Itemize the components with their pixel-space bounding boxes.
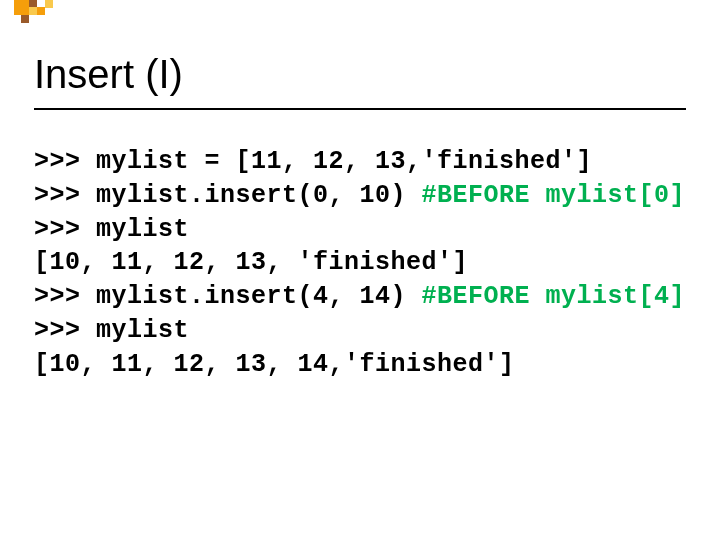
code-text: mylist [96, 215, 189, 244]
code-text: mylist.insert(4, 14) [96, 282, 422, 311]
prompt: >>> [34, 147, 96, 176]
prompt: >>> [34, 181, 96, 210]
code-block: >>> mylist = [11, 12, 13,'finished'] >>>… [34, 145, 685, 381]
code-line: >>> mylist.insert(0, 10) #BEFORE mylist[… [34, 181, 685, 210]
code-text: mylist.insert(0, 10) [96, 181, 422, 210]
code-output: [10, 11, 12, 13, 14,'finished'] [34, 350, 515, 379]
prompt: >>> [34, 316, 96, 345]
code-output: [10, 11, 12, 13, 'finished'] [34, 248, 468, 277]
code-comment: #BEFORE mylist[0] [422, 181, 686, 210]
code-text: mylist = [11, 12, 13,'finished'] [96, 147, 592, 176]
prompt: >>> [34, 215, 96, 244]
page-title: Insert (I) [34, 52, 183, 97]
title-underline [34, 108, 686, 110]
code-line: >>> mylist [34, 316, 189, 345]
square-icon [14, 0, 29, 15]
square-icon [21, 15, 29, 23]
square-icon [37, 7, 45, 15]
code-line: >>> mylist [34, 215, 189, 244]
square-icon [29, 7, 37, 15]
code-text: mylist [96, 316, 189, 345]
code-line: >>> mylist.insert(4, 14) #BEFORE mylist[… [34, 282, 685, 311]
code-comment: #BEFORE mylist[4] [422, 282, 686, 311]
code-line: >>> mylist = [11, 12, 13,'finished'] [34, 147, 592, 176]
decorative-squares [14, 0, 58, 26]
prompt: >>> [34, 282, 96, 311]
square-icon [45, 0, 53, 8]
